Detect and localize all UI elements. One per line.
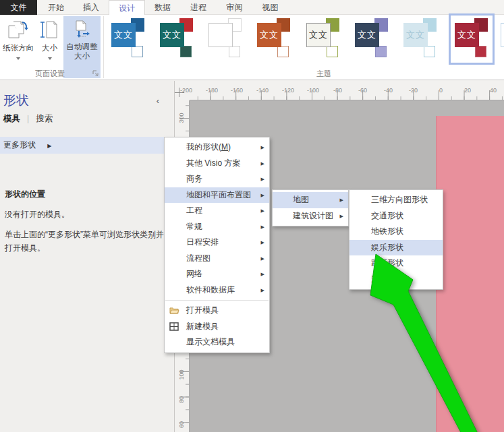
theme-outline-square <box>375 46 387 57</box>
tab-divider: | <box>27 114 29 123</box>
themes-group-label: 主题 <box>256 69 391 79</box>
menu-item-landmark-shapes[interactable]: 路标形状 <box>349 255 443 272</box>
menu-item-building-plan[interactable]: 建筑设计图 ▶ <box>273 208 348 224</box>
ruler-label: 20 <box>464 87 471 94</box>
menu-separator <box>165 300 269 301</box>
menu-item-maps-floorplans[interactable]: 地图和平面布置图 ▶ <box>165 187 269 204</box>
theme-sample: 文文 <box>455 23 479 47</box>
menu-item-software-database[interactable]: 软件和数据库 ▶ <box>165 282 269 299</box>
theme-outline-square <box>424 46 435 57</box>
new-stencil-icon <box>169 322 179 331</box>
theme-thumbnail-crimson-selected[interactable]: 文文 <box>453 18 490 60</box>
horizontal-ruler: -200 -180 -160 -140 -120 -100 -80 -60 -4… <box>190 81 504 100</box>
menu-item-network[interactable]: 网络 ▶ <box>165 266 269 282</box>
theme-thumbnail-pale-blue[interactable]: 文文 <box>402 18 439 60</box>
menu-item-open-stencil[interactable]: 打开模具 <box>165 303 269 319</box>
no-stencil-text: 没有打开的模具。 <box>5 209 69 220</box>
size-label: 大小 <box>37 43 62 53</box>
submenu-arrow-icon: ▶ <box>261 266 264 282</box>
ruler-label: 0 <box>439 87 443 94</box>
collapse-panel-icon[interactable]: ‹ <box>157 96 159 106</box>
tab-review[interactable]: 审阅 <box>217 0 252 15</box>
ruler-label: -140 <box>256 87 269 94</box>
ruler-label: -200 <box>180 87 192 94</box>
ruler-label: 60 <box>178 418 185 431</box>
menu-item-schedule[interactable]: 日程安排 ▶ <box>165 235 269 251</box>
theme-sample: 文文 <box>160 23 184 47</box>
ribbon: 纸张方向 大小 自动调整 <box>0 15 504 80</box>
theme-sample: 文文 <box>403 23 428 47</box>
theme-outline-square <box>180 46 192 57</box>
dropdown-arrow-icon <box>48 57 52 60</box>
ruler-label: -20 <box>409 87 418 94</box>
theme-thumbnail-blue[interactable]: 文文 <box>110 18 146 60</box>
submenu-arrow-icon: ▶ <box>261 219 264 235</box>
panel-tab-search[interactable]: 搜索 <box>36 114 53 123</box>
submenu-arrow-icon: ▶ <box>261 203 264 219</box>
size-icon <box>40 19 60 43</box>
panel-hint-text: 单击上面的“更多形状”菜单可浏览形状类别并打开模具。 <box>5 228 171 255</box>
menu-item-engineering[interactable]: 工程 ▶ <box>165 203 269 219</box>
tab-insert[interactable]: 插入 <box>74 0 109 15</box>
menu-item-recreation-shapes[interactable]: 娱乐形状 <box>349 240 443 256</box>
theme-thumbnail-olive[interactable]: 文文 <box>305 18 341 60</box>
theme-sample: 文文 <box>257 23 281 47</box>
menu-item-show-document-stencil[interactable]: 显示文档模具 <box>165 334 269 350</box>
group-separator <box>103 16 104 78</box>
tab-file[interactable]: 文件 <box>0 0 37 15</box>
tab-view[interactable]: 视图 <box>252 0 288 15</box>
menu-item-metro-shapes[interactable]: 地铁形状 <box>349 224 443 240</box>
theme-sample <box>208 23 233 47</box>
menu-item-general[interactable]: 常规 ▶ <box>165 219 269 235</box>
ruler-label: -60 <box>358 87 367 94</box>
visio-window: 文件 开始 插入 设计 数据 进程 审阅 视图 纸张方向 <box>0 0 504 432</box>
theme-outline-square <box>229 46 240 57</box>
tab-design[interactable]: 设计 <box>109 0 145 15</box>
ruler-label: 300 <box>178 111 185 125</box>
map-stencils-submenu: 三维方向图形状 交通形状 地铁形状 娱乐形状 路标形状 道路形状 <box>349 189 443 290</box>
menu-item-new-stencil[interactable]: 新建模具 <box>165 319 269 335</box>
theme-thumbnail-teal-red[interactable]: 文文 <box>159 18 195 60</box>
theme-thumbnail-navy[interactable]: 文文 <box>354 18 390 60</box>
menu-item-other-visio-schemes[interactable]: 其他 Visio 方案 ▶ <box>165 156 269 172</box>
theme-thumbnail-plain[interactable] <box>207 18 244 60</box>
menu-item-map[interactable]: 地图 ▶ <box>273 192 348 208</box>
theme-thumbnail-orange[interactable]: 文文 <box>256 18 292 60</box>
theme-outline-square <box>475 46 486 57</box>
more-shapes-menu: 我的形状(M) ▶ 其他 Visio 方案 ▶ 商务 ▶ 地图和平面布置图 ▶ … <box>164 137 270 353</box>
theme-outline-square <box>327 46 338 57</box>
menu-item-road-shapes[interactable]: 道路形状 <box>349 272 443 288</box>
submenu-arrow-icon: ▶ <box>261 171 264 187</box>
submenu-arrow-icon: ▶ <box>261 156 264 172</box>
panel-tab-stencils[interactable]: 模具 <box>3 114 20 123</box>
menu-item-flowchart[interactable]: 流程图 ▶ <box>165 251 269 267</box>
menu-item-transportation-shapes[interactable]: 交通形状 <box>349 208 443 224</box>
submenu-arrow-icon: ▶ <box>340 192 343 208</box>
ruler-label: 40 <box>490 87 497 94</box>
submenu-arrow-icon: ▶ <box>261 187 264 204</box>
more-shapes-menu-button[interactable]: 更多形状 ▶ <box>0 137 175 154</box>
theme-sample: 文文 <box>355 23 379 47</box>
tab-home[interactable]: 开始 <box>38 0 74 15</box>
page-setup-dialog-launcher[interactable] <box>92 70 100 78</box>
tab-process[interactable]: 进程 <box>180 0 217 15</box>
autosize-icon <box>71 19 94 42</box>
submenu-arrow-icon: ▶ <box>261 235 264 251</box>
shapes-panel: 形状 ‹ 模具|搜索 更多形状 ▶ 形状的位置 没有打开的模具。 单击上面的“更… <box>0 81 175 432</box>
ruler-label: -160 <box>231 87 243 94</box>
submenu-arrow-icon: ▶ <box>261 251 264 267</box>
theme-thumbnail-partial[interactable] <box>499 18 504 60</box>
more-shapes-label: 更多形状 <box>3 140 36 150</box>
theme-sample: 文文 <box>111 23 136 47</box>
tab-data[interactable]: 数据 <box>145 0 180 15</box>
ribbon-tab-bar: 文件 开始 插入 设计 数据 进程 审阅 视图 <box>0 0 504 15</box>
theme-outline-square <box>277 46 289 57</box>
dropdown-arrow-icon <box>16 57 20 60</box>
ruler-label: 100 <box>178 368 185 381</box>
menu-item-my-shapes[interactable]: 我的形状(M) ▶ <box>165 140 269 156</box>
pink-page-shape[interactable] <box>436 116 504 432</box>
flyout-arrow-icon: ▶ <box>47 143 51 149</box>
menu-item-3d-directional-map-shapes[interactable]: 三维方向图形状 <box>349 192 443 208</box>
page-setup-group-label: 页面设置 <box>7 69 93 79</box>
menu-item-business[interactable]: 商务 ▶ <box>165 171 269 187</box>
